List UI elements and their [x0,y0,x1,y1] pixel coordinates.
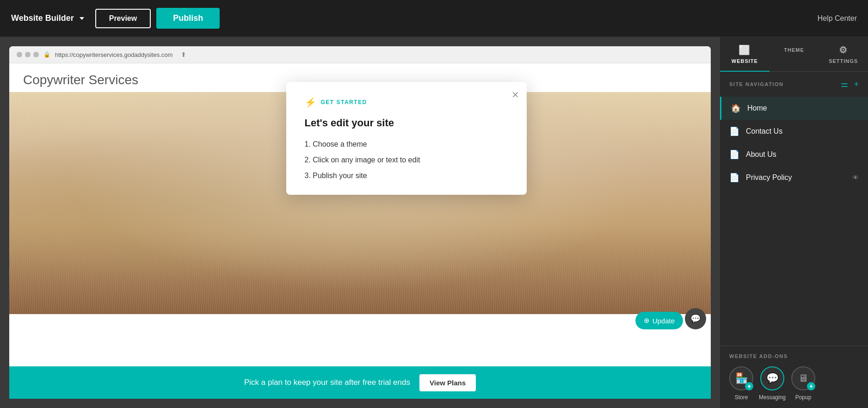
nav-add-button[interactable]: + [854,80,859,89]
website-tab-icon: ⬜ [739,44,751,56]
addons-grid: 🏪 + Store 💬 Messaging 🖥 + Po [729,366,859,401]
browser-dot-2 [25,52,31,57]
browser-url: https://copywriterservices.godaddysites.… [55,51,172,58]
nav-item-privacy[interactable]: 📄 Privacy Policy 👁 [720,166,868,189]
nav-header-icons: ⚌ + [841,79,859,89]
modal-title: Let's edit your site [305,117,508,129]
lock-icon: 🔒 [43,51,50,58]
share-icon: ⬆ [181,51,186,58]
view-plans-button[interactable]: View Plans [419,374,476,391]
modal-overlay: ✕ ⚡ GET STARTED Let's edit your site 1. … [9,63,711,366]
settings-tab-icon: ⚙ [839,44,848,56]
addon-popup[interactable]: 🖥 + Popup [791,366,815,401]
modal-step-1: 1. Choose a theme [305,140,508,148]
header: Website Builder Preview Publish Help Cen… [0,0,868,37]
canvas-area: 🔒 https://copywriterservices.godaddysite… [0,37,720,408]
popup-icon: 🖥 [798,372,808,384]
store-plus: + [745,382,753,390]
nav-contact-label: Contact Us [746,127,859,136]
tab-settings[interactable]: ⚙ SETTINGS [819,37,868,71]
nav-items-list: 🏠 Home 📄 Contact Us 📄 About Us 📄 Privacy… [720,97,868,346]
addon-store[interactable]: 🏪 + Store [729,366,753,401]
store-label: Store [735,394,748,401]
modal-step-3: 3. Publish your site [305,172,508,180]
popup-icon-wrap: 🖥 + [791,366,815,390]
brand-chevron-icon [80,17,84,20]
modal-step-2: 2. Click on any image or text to edit [305,156,508,164]
browser-bar: 🔒 https://copywriterservices.godaddysite… [9,46,711,63]
store-icon: 🏪 [735,372,748,384]
messaging-label: Messaging [759,394,786,401]
browser-dots [17,52,39,57]
nav-about-label: About Us [746,150,859,159]
site-content[interactable]: Copywriter Services ✕ ⚡ GET STARTED Let'… [9,63,711,366]
brand-logo[interactable]: Website Builder [11,13,84,23]
tab-theme[interactable]: THEME [770,37,819,71]
messaging-icon: 💬 [766,372,779,384]
nav-item-about[interactable]: 📄 About Us [720,143,868,166]
messaging-icon-wrap: 💬 [760,366,784,390]
section-nav-title: SITE NAVIGATION [729,81,783,87]
help-center-link[interactable]: Help Center [818,14,857,23]
nav-filter-button[interactable]: ⚌ [841,79,848,89]
store-icon-wrap: 🏪 + [729,366,753,390]
addon-messaging[interactable]: 💬 Messaging [759,366,786,401]
site-navigation-header: SITE NAVIGATION ⚌ + [720,72,868,97]
hidden-icon: 👁 [852,174,859,181]
bottom-banner: Pick a plan to keep your site after free… [9,366,711,399]
nav-home-label: Home [747,104,859,112]
contact-icon: 📄 [729,126,739,136]
nav-privacy-label: Privacy Policy [746,173,846,182]
modal-header: ⚡ GET STARTED [305,97,508,108]
browser-dot-3 [33,52,39,57]
banner-text: Pick a plan to keep your site after free… [244,378,410,387]
browser-dot-1 [17,52,22,57]
about-icon: 📄 [729,149,739,160]
right-sidebar: ⬜ WEBSITE THEME ⚙ SETTINGS SITE NAVIGATI… [720,37,868,408]
nav-item-home[interactable]: 🏠 Home [720,97,868,120]
addons-title: WEBSITE ADD-ONS [729,353,859,359]
main-area: 🔒 https://copywriterservices.godaddysite… [0,37,868,408]
brand-label: Website Builder [11,13,74,23]
home-icon: 🏠 [731,103,741,113]
get-started-modal: ✕ ⚡ GET STARTED Let's edit your site 1. … [286,82,527,195]
popup-plus: + [807,382,815,390]
tab-theme-label: THEME [784,47,804,53]
publish-button[interactable]: Publish [156,8,220,29]
preview-button[interactable]: Preview [95,9,151,28]
modal-close-button[interactable]: ✕ [511,89,519,100]
tab-website[interactable]: ⬜ WEBSITE [720,37,770,71]
privacy-icon: 📄 [729,173,739,183]
tab-settings-label: SETTINGS [829,58,858,64]
modal-steps: 1. Choose a theme 2. Click on any image … [305,140,508,180]
sidebar-tabs: ⬜ WEBSITE THEME ⚙ SETTINGS [720,37,868,72]
nav-item-contact[interactable]: 📄 Contact Us [720,120,868,143]
addons-section: WEBSITE ADD-ONS 🏪 + Store 💬 Messaging [720,346,868,408]
popup-label: Popup [795,394,812,401]
modal-tag: GET STARTED [321,99,367,105]
tab-website-label: WEBSITE [732,58,758,64]
browser-mock: 🔒 https://copywriterservices.godaddysite… [9,46,711,366]
bolt-icon: ⚡ [305,97,316,108]
